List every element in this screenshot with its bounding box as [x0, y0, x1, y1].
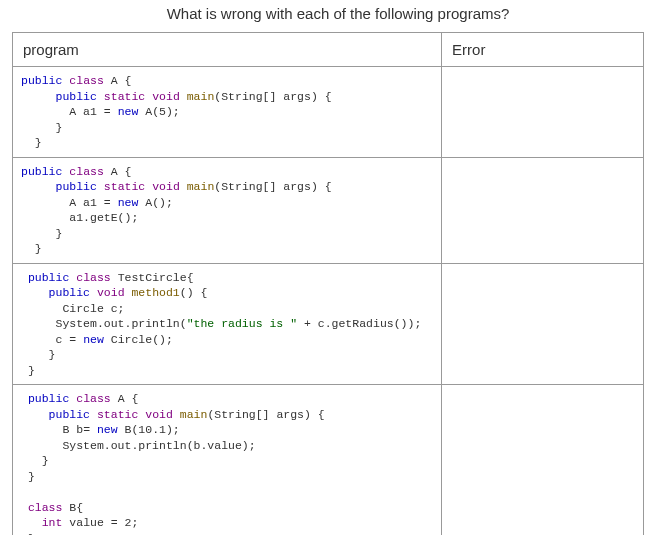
page-title: What is wrong with each of the following… [12, 5, 644, 22]
table-row: public class TestCircle{ public void met… [13, 263, 644, 385]
table-row: public class A { public static void main… [13, 67, 644, 158]
programs-table: program Error public class A { public st… [12, 32, 644, 535]
code-block-1: public class A { public static void main… [21, 73, 433, 151]
header-error: Error [442, 33, 644, 67]
code-cell-2: public class A { public static void main… [13, 157, 442, 263]
table-row: public class A { public static void main… [13, 157, 644, 263]
code-block-2: public class A { public static void main… [21, 164, 433, 257]
error-cell-3 [442, 263, 644, 385]
code-cell-1: public class A { public static void main… [13, 67, 442, 158]
error-cell-1 [442, 67, 644, 158]
table-row: public class A { public static void main… [13, 385, 644, 535]
error-cell-4 [442, 385, 644, 535]
code-cell-4: public class A { public static void main… [13, 385, 442, 535]
code-block-4: public class A { public static void main… [21, 391, 433, 535]
code-cell-3: public class TestCircle{ public void met… [13, 263, 442, 385]
error-cell-2 [442, 157, 644, 263]
header-program: program [13, 33, 442, 67]
code-block-3: public class TestCircle{ public void met… [21, 270, 433, 379]
